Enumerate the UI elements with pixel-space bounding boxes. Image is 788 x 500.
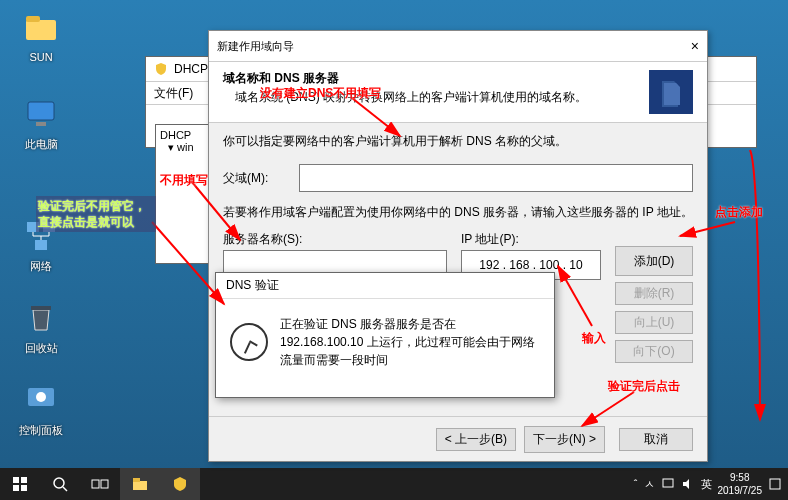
svg-rect-21	[770, 479, 780, 489]
cancel-button[interactable]: 取消	[619, 428, 693, 451]
desktop-icon-sun[interactable]: SUN	[10, 8, 72, 63]
svg-rect-20	[663, 479, 673, 487]
network-tray-icon[interactable]	[661, 477, 675, 491]
svg-rect-19	[133, 478, 140, 482]
svg-rect-18	[133, 481, 147, 490]
search-icon[interactable]	[40, 468, 80, 500]
desktop-icon-recycle[interactable]: 回收站	[10, 298, 72, 356]
taskbar-clock[interactable]: 9:58 2019/7/25	[718, 471, 763, 497]
svg-rect-16	[92, 480, 99, 488]
annotation: 输入	[582, 330, 606, 347]
desktop-icon-label: SUN	[10, 51, 72, 63]
taskbar-app-dhcp[interactable]	[160, 468, 200, 500]
clock-date: 2019/7/25	[718, 484, 763, 497]
annotation: 点击添加	[715, 204, 763, 221]
desktop-icon-label: 此电脑	[10, 137, 72, 152]
next-button[interactable]: 下一步(N) >	[524, 426, 605, 453]
parent-domain-label: 父域(M):	[223, 170, 293, 187]
svg-rect-17	[101, 480, 108, 488]
user-folder-icon	[21, 8, 61, 48]
wizard-intro-text: 你可以指定要网络中的客户端计算机用于解析 DNS 名称的父域。	[223, 133, 693, 150]
svg-rect-3	[36, 122, 46, 126]
delete-button[interactable]: 删除(R)	[615, 282, 693, 305]
ime-indicator[interactable]: ㅅ	[644, 477, 655, 492]
annotation: 没有建立DNS不用填写	[260, 85, 381, 102]
taskbar: ˆ ㅅ 英 9:58 2019/7/25	[0, 468, 788, 500]
svg-rect-7	[31, 306, 51, 310]
svg-rect-1	[26, 16, 40, 22]
move-up-button[interactable]: 向上(U)	[615, 311, 693, 334]
add-button[interactable]: 添加(D)	[615, 246, 693, 276]
dns-dialog-message: 正在验证 DNS 服务器服务是否在 192.168.100.10 上运行，此过程…	[280, 315, 540, 369]
chevron-up-icon[interactable]: ˆ	[634, 478, 638, 490]
recycle-bin-icon	[21, 298, 61, 338]
svg-rect-0	[26, 20, 56, 40]
start-button[interactable]	[0, 468, 40, 500]
svg-rect-6	[35, 240, 47, 250]
close-icon[interactable]: ×	[691, 38, 699, 54]
annotation: 验证完后不用管它，直接点击是就可以	[36, 196, 156, 232]
notifications-icon[interactable]	[768, 477, 782, 491]
pc-icon	[21, 94, 61, 134]
svg-point-9	[36, 392, 46, 402]
tree-root[interactable]: DHCP	[160, 129, 191, 141]
window-title: DHCP	[174, 62, 208, 76]
taskbar-app-explorer[interactable]	[120, 468, 160, 500]
annotation: 不用填写	[160, 172, 208, 189]
svg-rect-13	[21, 485, 27, 491]
svg-point-14	[54, 478, 64, 488]
desktop-icon-label: 网络	[10, 259, 72, 274]
server-name-label: 服务器名称(S):	[223, 231, 447, 248]
dns-dialog-title: DNS 验证	[216, 273, 554, 299]
annotation: 验证完后点击	[608, 378, 680, 395]
dns-verify-dialog: DNS 验证 正在验证 DNS 服务器服务是否在 192.168.100.10 …	[215, 272, 555, 398]
clock-icon	[230, 323, 268, 361]
svg-line-15	[63, 487, 67, 491]
desktop-icon-label: 控制面板	[10, 423, 72, 438]
ip-address-label: IP 地址(P):	[461, 231, 601, 248]
taskview-icon[interactable]	[80, 468, 120, 500]
svg-rect-2	[28, 102, 54, 120]
wizard-title: 新建作用域向导	[217, 39, 294, 54]
wizard-mid-text: 若要将作用域客户端配置为使用你网络中的 DNS 服务器，请输入这些服务器的 IP…	[223, 204, 693, 221]
svg-rect-11	[21, 477, 27, 483]
wizard-banner-icon	[649, 70, 693, 114]
ime-lang[interactable]: 英	[701, 477, 712, 492]
desktop-icon-label: 回收站	[10, 341, 72, 356]
controlpanel-icon	[21, 380, 61, 420]
svg-rect-10	[13, 477, 19, 483]
move-down-button[interactable]: 向下(O)	[615, 340, 693, 363]
desktop-icon-thispc[interactable]: 此电脑	[10, 94, 72, 152]
parent-domain-input[interactable]	[299, 164, 693, 192]
svg-rect-12	[13, 485, 19, 491]
shield-icon	[154, 62, 168, 76]
desktop-icon-controlpanel[interactable]: 控制面板	[10, 380, 72, 438]
tree-node[interactable]: win	[177, 141, 194, 153]
clock-time: 9:58	[718, 471, 763, 484]
back-button[interactable]: < 上一步(B)	[436, 428, 516, 451]
sound-icon[interactable]	[681, 477, 695, 491]
menu-file[interactable]: 文件(F)	[154, 85, 193, 102]
